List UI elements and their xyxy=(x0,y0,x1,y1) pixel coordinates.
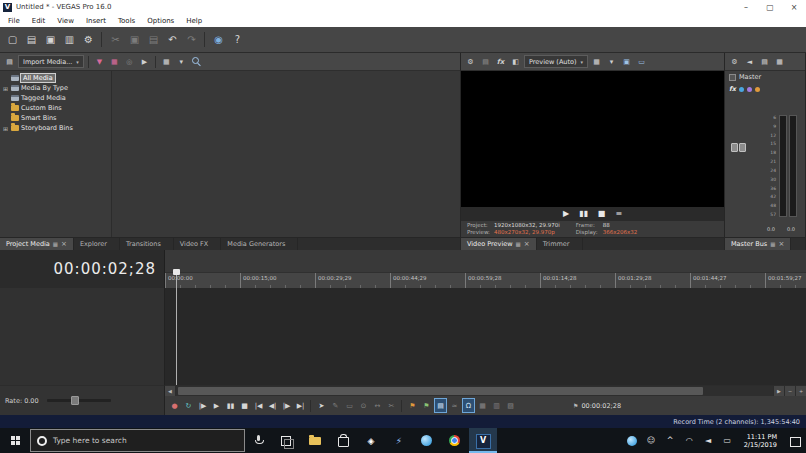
scrollbar-thumb[interactable] xyxy=(178,387,703,395)
menu-item[interactable]: Insert xyxy=(80,17,112,25)
quantize-to-frames-button[interactable]: ▦ xyxy=(476,398,489,413)
external-monitor-icon[interactable]: ▭ xyxy=(635,55,648,69)
blue-app-icon[interactable] xyxy=(413,428,441,453)
menu-item[interactable]: Options xyxy=(141,17,180,25)
slip-tool-button[interactable]: ↔ xyxy=(371,398,384,413)
record-button[interactable]: ● xyxy=(168,398,181,413)
audio-meters-button[interactable]: ▥ xyxy=(490,398,503,413)
tree-item-all-media[interactable]: All Media xyxy=(0,73,111,83)
close-button[interactable]: × xyxy=(782,0,806,14)
auto-ripple-button[interactable]: ▤ xyxy=(434,398,447,413)
fx-chain-button[interactable]: fx xyxy=(729,85,736,93)
lock-envelopes-button[interactable]: ≈ xyxy=(448,398,461,413)
zoom-out-button[interactable]: − xyxy=(784,386,795,396)
meter-options-icon[interactable]: ▦ xyxy=(773,55,786,69)
zoom-in-button[interactable]: + xyxy=(795,386,806,396)
preview-options-menu-button[interactable]: ≡ xyxy=(615,207,622,221)
menu-item[interactable]: File xyxy=(2,17,26,25)
lightning-app-icon[interactable]: ⚡ xyxy=(385,428,413,453)
chevron-up-icon[interactable]: ^ xyxy=(661,428,680,453)
tab-close-icon[interactable]: × xyxy=(61,240,67,248)
selection-edit-tool-button[interactable]: ▭ xyxy=(343,398,356,413)
timeline-ruler[interactable]: 00:00:0000:00:15;0000:00:29;2900:00:44;2… xyxy=(165,250,806,288)
preview-quality-dropdown[interactable]: Preview (Auto) ▾ xyxy=(524,55,588,68)
insert-region-button[interactable]: ⚑ xyxy=(420,398,433,413)
undo-icon[interactable]: ↶ xyxy=(164,31,181,48)
microsoft-store-icon[interactable] xyxy=(329,428,357,453)
go-to-start-button[interactable]: |◀ xyxy=(252,398,265,413)
split-trim-tool-button[interactable]: ✂ xyxy=(385,398,398,413)
file-explorer-icon[interactable] xyxy=(301,428,329,453)
dropbox-icon[interactable]: ◈ xyxy=(357,428,385,453)
menu-item[interactable]: Tools xyxy=(112,17,141,25)
tab-close-icon[interactable]: × xyxy=(778,240,784,248)
tab-close-icon[interactable]: × xyxy=(524,240,530,248)
pause-button[interactable]: ▮▮ xyxy=(224,398,237,413)
loop-playback-button[interactable]: ↻ xyxy=(182,398,195,413)
cut-icon[interactable]: ✂ xyxy=(107,31,124,48)
open-project-icon[interactable]: ▤ xyxy=(23,31,40,48)
vegas-app-icon[interactable]: V xyxy=(469,428,497,453)
task-view-icon[interactable] xyxy=(273,428,301,453)
tree-item-smart-bins[interactable]: Smart Bins xyxy=(0,113,111,123)
menu-item[interactable]: View xyxy=(51,17,80,25)
menu-item[interactable]: Help xyxy=(180,17,208,25)
playhead-marker[interactable] xyxy=(173,269,180,275)
render-as-icon[interactable]: ▥ xyxy=(61,31,78,48)
bus-state-icon[interactable] xyxy=(729,74,736,81)
split-screen-view-icon[interactable]: ◧ xyxy=(509,55,522,69)
redo-icon[interactable]: ↷ xyxy=(183,31,200,48)
zoom-edit-tool-button[interactable]: ⊙ xyxy=(357,398,370,413)
media-list-view[interactable] xyxy=(112,71,460,237)
import-media-dropdown[interactable]: Import Media... ▾ xyxy=(18,55,84,68)
play-button[interactable]: ▶ xyxy=(210,398,223,413)
expander-icon[interactable]: ⊞ xyxy=(2,85,9,92)
network-icon[interactable]: ◠ xyxy=(680,428,699,453)
paste-icon[interactable]: ▤ xyxy=(145,31,162,48)
maximize-button[interactable]: ▢ xyxy=(758,0,782,14)
microphone-icon[interactable] xyxy=(245,428,273,453)
interactive-tutorials-icon[interactable]: ◉ xyxy=(210,31,227,48)
playhead-line[interactable] xyxy=(176,272,177,385)
track-area[interactable] xyxy=(0,288,806,385)
tree-item-media-by-type[interactable]: ⊞ Media By Type xyxy=(0,83,111,93)
import-media-icon[interactable]: ▼ xyxy=(93,55,106,69)
start-button[interactable] xyxy=(0,428,30,453)
cortana-tray-icon[interactable] xyxy=(623,428,642,453)
normal-edit-tool-button[interactable]: ➤ xyxy=(315,398,328,413)
downmix-output-icon[interactable]: ◄ xyxy=(743,55,756,69)
chrome-icon[interactable] xyxy=(441,428,469,453)
video-output-fx-icon[interactable]: fx xyxy=(494,55,507,69)
expander-icon[interactable]: ⊞ xyxy=(2,125,9,132)
people-icon[interactable]: ☺ xyxy=(642,428,661,453)
minimize-button[interactable]: – xyxy=(734,0,758,14)
go-to-end-button[interactable]: ▶| xyxy=(294,398,307,413)
preview-play-button[interactable]: ▶ xyxy=(563,207,569,221)
tab-video-preview[interactable]: Video Preview ▦ × xyxy=(461,238,537,250)
previous-frame-button[interactable]: ◀| xyxy=(266,398,279,413)
next-frame-button[interactable]: |▶ xyxy=(280,398,293,413)
search-media-icon[interactable] xyxy=(190,55,203,69)
envelope-edit-tool-button[interactable]: ✎ xyxy=(329,398,342,413)
timecode-display[interactable]: 00:00:02;28 xyxy=(0,250,165,288)
master-settings-gear-icon[interactable]: ⚙ xyxy=(728,55,741,69)
track-list-column[interactable] xyxy=(0,288,165,385)
transport-timecode[interactable]: ⚑ 00:00:02;28 xyxy=(573,402,621,410)
rate-slider[interactable] xyxy=(47,399,111,402)
battery-icon[interactable]: ▭ xyxy=(718,428,737,453)
fx-slot-purple-icon[interactable] xyxy=(747,87,752,92)
tree-item-tagged-media[interactable]: Tagged Media xyxy=(0,93,111,103)
tab-transitions[interactable]: Transitions xyxy=(120,238,174,250)
new-project-icon[interactable]: ▢ xyxy=(4,31,21,48)
fader-handle-right[interactable] xyxy=(739,143,746,152)
volume-icon[interactable]: ◄ xyxy=(699,428,718,453)
copy-icon[interactable]: ▣ xyxy=(126,31,143,48)
overlays-dropdown-arrow-icon[interactable]: ▾ xyxy=(605,55,618,69)
rate-slider-handle[interactable] xyxy=(71,396,79,405)
fx-slot-orange-icon[interactable] xyxy=(755,87,760,92)
dim-output-icon[interactable]: ▤ xyxy=(758,55,771,69)
tab-trimmer[interactable]: Trimmer xyxy=(537,238,583,250)
tray-clock[interactable]: 11:11 PM 2/15/2019 xyxy=(737,428,784,453)
tree-item-storyboard-bins[interactable]: ⊞ Storyboard Bins xyxy=(0,123,111,133)
fader-handle-left[interactable] xyxy=(731,143,738,152)
